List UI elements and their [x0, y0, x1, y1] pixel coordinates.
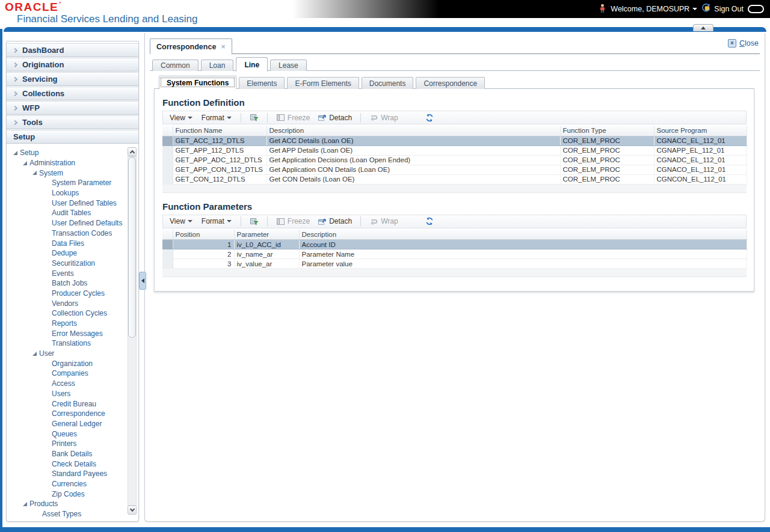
tree-item-bank-details[interactable]: Bank Details	[7, 449, 138, 459]
tree-item-setup[interactable]: Setup	[7, 148, 138, 158]
tree-item-organization[interactable]: Organization	[7, 358, 138, 368]
column-header-function-type[interactable]: Function Type	[560, 126, 654, 136]
row-selector[interactable]	[162, 136, 173, 145]
view-menu[interactable]: View	[167, 217, 196, 225]
table-row[interactable]: GET_APP_CON_112_DTLSGet Application CON …	[162, 165, 747, 174]
column-header-source-program[interactable]: Source Program	[654, 126, 747, 136]
scroll-down-button[interactable]	[128, 506, 137, 515]
tree-item-lookups[interactable]: Lookups	[7, 188, 138, 198]
tree-item-user[interactable]: User	[7, 349, 138, 359]
row-selector[interactable]	[162, 240, 173, 249]
table-row[interactable]: GET_ACC_112_DTLSGet ACC Details (Loan OE…	[162, 136, 747, 145]
tree-item-standard-payees[interactable]: Standard Payees	[7, 469, 138, 479]
tree-item-collection-cycles[interactable]: Collection Cycles	[7, 308, 138, 319]
tree-item-zip-codes[interactable]: Zip Codes	[7, 489, 138, 499]
row-selector[interactable]	[162, 249, 173, 259]
tree-item-index-rates[interactable]: Index Rates	[7, 519, 138, 521]
tree-item-producer-cycles[interactable]: Producer Cycles	[7, 289, 138, 299]
row-selector[interactable]	[162, 155, 173, 165]
tab-documents[interactable]: Documents	[362, 77, 414, 89]
tree-item-users[interactable]: Users	[7, 389, 138, 399]
tree-item-asset-types[interactable]: Asset Types	[7, 509, 138, 519]
tree-item-credit-bureau[interactable]: Credit Bureau	[7, 399, 138, 409]
tree-item-user-defined-tables[interactable]: User Defined Tables	[7, 198, 138, 208]
scroll-up-button[interactable]	[128, 147, 137, 156]
oval-badge-icon[interactable]	[748, 5, 764, 13]
tree-item-translations[interactable]: Translations	[7, 338, 138, 349]
tab-e-form-elements[interactable]: E-Form Elements	[287, 77, 359, 89]
table-row[interactable]: GET_APP_112_DTLSGet APP Details (Loan OE…	[162, 145, 747, 155]
column-header-description[interactable]: Description	[299, 230, 747, 240]
tree-item-system[interactable]: System	[7, 168, 138, 178]
sidebar-item-collections[interactable]: Collections	[7, 87, 138, 100]
sidebar-item-dashboard[interactable]: DashBoard	[7, 43, 138, 57]
tree-item-user-defined-defaults[interactable]: User Defined Defaults	[7, 218, 138, 228]
sidebar-item-origination[interactable]: Origination	[7, 58, 138, 72]
tree-item-error-messages[interactable]: Error Messages	[7, 328, 138, 338]
format-menu[interactable]: Format	[199, 217, 235, 225]
query-by-example-button[interactable]	[247, 217, 261, 226]
scrollbar-track[interactable]	[128, 156, 137, 506]
collapse-header-button[interactable]	[693, 24, 713, 31]
refresh-button[interactable]	[422, 216, 437, 226]
table-row[interactable]: 3iv_value_arParameter value	[162, 259, 747, 269]
sidebar-item-setup[interactable]: Setup	[7, 130, 138, 144]
tree-item-products[interactable]: Products	[7, 499, 138, 509]
tab-system-functions[interactable]: System Functions	[159, 76, 236, 89]
tree-item-transaction-codes[interactable]: Transaction Codes	[7, 228, 138, 239]
tree-item-vendors[interactable]: Vendors	[7, 298, 138, 308]
column-header-parameter[interactable]: Parameter	[234, 230, 299, 240]
tree-item-companies[interactable]: Companies	[7, 368, 138, 379]
format-menu[interactable]: Format	[199, 114, 235, 122]
column-header-function-name[interactable]: Function Name	[173, 126, 266, 136]
column-header-position[interactable]: Position	[173, 230, 234, 240]
welcome-user-menu[interactable]: Welcome, DEMOSUPR	[611, 5, 697, 13]
tab-common[interactable]: Common	[152, 60, 199, 71]
tree-item-queues[interactable]: Queues	[7, 429, 138, 439]
table-row[interactable]: GET_CON_112_DTLSGet CON Details (Loan OE…	[162, 174, 747, 184]
column-header-description[interactable]: Description	[266, 126, 560, 136]
row-selector[interactable]	[162, 174, 173, 184]
refresh-button[interactable]	[422, 113, 437, 123]
query-by-example-button[interactable]	[247, 113, 261, 122]
tree-item-check-details[interactable]: Check Details	[7, 459, 138, 469]
tree-item-printers[interactable]: Printers	[7, 439, 138, 449]
tree-item-general-ledger[interactable]: General Ledger	[7, 419, 138, 429]
tab-elements[interactable]: Elements	[239, 77, 285, 89]
detach-button[interactable]: Detach	[315, 217, 354, 226]
tree-item-securitization[interactable]: Securitization	[7, 258, 138, 269]
tree-item-correspondence[interactable]: Correspondence	[7, 409, 138, 419]
tab-correspondence[interactable]: Correspondence	[416, 77, 485, 89]
table-row[interactable]: 2iv_name_arParameter Name	[162, 249, 747, 259]
tree-item-system-parameter[interactable]: System Parameter	[7, 178, 138, 188]
tree-item-access[interactable]: Access	[7, 379, 138, 389]
view-menu[interactable]: View	[167, 114, 196, 122]
tree-item-administration[interactable]: Administration	[7, 158, 138, 168]
tree-item-dedupe[interactable]: Dedupe	[7, 248, 138, 258]
table-row[interactable]: 1iv_L0_ACC_idAccount ID	[162, 240, 747, 249]
tree-item-events[interactable]: Events	[7, 268, 138, 278]
tab-close-icon[interactable]: ×	[221, 42, 226, 51]
close-button[interactable]: × Close	[728, 39, 759, 47]
table-row[interactable]: GET_APP_ADC_112_DTLSGet Application Deci…	[162, 155, 747, 165]
sidebar-item-tools[interactable]: Tools	[7, 115, 138, 129]
tab-lease[interactable]: Lease	[270, 60, 307, 71]
tree-item-batch-jobs[interactable]: Batch Jobs	[7, 278, 138, 289]
sign-out-button[interactable]: Sign Out	[701, 4, 744, 14]
tab-loan[interactable]: Loan	[201, 60, 234, 71]
detach-button[interactable]: Detach	[315, 113, 354, 122]
product-tab-bar: CommonLoanLineLease	[152, 58, 307, 71]
row-selector[interactable]	[162, 259, 173, 269]
scrollbar-thumb[interactable]	[128, 157, 136, 338]
row-selector[interactable]	[162, 165, 173, 174]
sidebar-item-servicing[interactable]: Servicing	[7, 72, 138, 86]
tab-line[interactable]: Line	[236, 57, 268, 72]
sidebar-collapse-handle[interactable]	[139, 272, 146, 290]
tree-item-data-files[interactable]: Data Files	[7, 238, 138, 248]
tree-item-currencies[interactable]: Currencies	[7, 479, 138, 489]
tab-correspondence[interactable]: Correspondence ×	[150, 38, 232, 54]
row-selector[interactable]	[162, 145, 173, 155]
tree-item-reports[interactable]: Reports	[7, 319, 138, 329]
tree-item-audit-tables[interactable]: Audit Tables	[7, 208, 138, 218]
sidebar-item-wfp[interactable]: WFP	[7, 101, 138, 115]
